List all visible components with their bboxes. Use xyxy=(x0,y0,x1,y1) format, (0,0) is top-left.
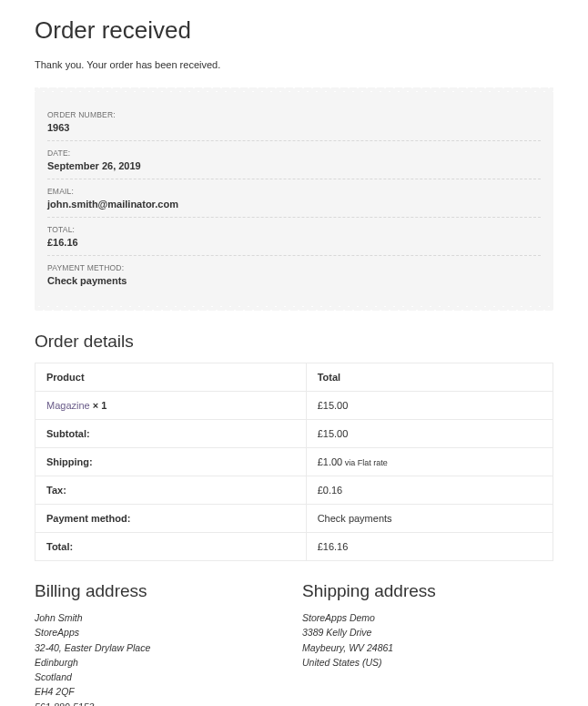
summary-label: ORDER NUMBER: xyxy=(47,110,541,119)
foot-value: £15.00 xyxy=(306,420,553,448)
order-details-table: Product Total Magazine × 1£15.00 Subtota… xyxy=(35,363,553,561)
summary-label: EMAIL: xyxy=(47,187,541,196)
foot-value: £16.16 xyxy=(306,533,553,561)
col-product: Product xyxy=(35,363,307,392)
summary-value: September 26, 2019 xyxy=(47,160,541,171)
summary-row: DATE:September 26, 2019 xyxy=(47,141,541,179)
foot-label: Shipping: xyxy=(35,448,307,476)
table-row: Subtotal:£15.00 xyxy=(35,420,553,448)
foot-label: Total: xyxy=(35,533,307,561)
table-row: Magazine × 1£15.00 xyxy=(35,392,553,420)
order-summary-box: ORDER NUMBER:1963DATE:September 26, 2019… xyxy=(35,92,553,306)
product-total: £15.00 xyxy=(306,392,553,420)
foot-label: Tax: xyxy=(35,476,307,505)
summary-label: DATE: xyxy=(47,148,541,158)
billing-heading: Billing address xyxy=(35,581,286,601)
summary-row: ORDER NUMBER:1963 xyxy=(47,103,541,141)
summary-value: £16.16 xyxy=(47,237,541,248)
page-title: Order received xyxy=(35,16,553,45)
summary-value: john.smith@mailinator.com xyxy=(47,199,541,210)
table-row: Payment method:Check payments xyxy=(35,505,553,533)
col-total: Total xyxy=(306,363,553,392)
summary-value: 1963 xyxy=(47,122,541,133)
summary-row: EMAIL:john.smith@mailinator.com xyxy=(47,179,541,218)
summary-row: PAYMENT METHOD:Check payments xyxy=(47,256,541,293)
order-details-heading: Order details xyxy=(35,332,553,352)
foot-label: Subtotal: xyxy=(35,420,307,448)
foot-label: Payment method: xyxy=(35,505,307,533)
product-cell: Magazine × 1 xyxy=(35,392,307,420)
billing-address: John SmithStoreApps32-40, Easter Drylaw … xyxy=(35,610,286,706)
table-row: Tax:£0.16 xyxy=(35,476,553,505)
shipping-address: StoreApps Demo3389 Kelly DriveMaybeury, … xyxy=(302,610,553,670)
intro-text: Thank you. Your order has been received. xyxy=(35,59,553,70)
product-qty: × 1 xyxy=(90,400,107,411)
summary-label: TOTAL: xyxy=(47,225,541,234)
foot-value: Check payments xyxy=(306,505,553,533)
foot-value: £0.16 xyxy=(306,476,553,505)
foot-small: via Flat rate xyxy=(342,458,388,467)
foot-value: £1.00 via Flat rate xyxy=(306,448,553,476)
summary-row: TOTAL:£16.16 xyxy=(47,218,541,256)
summary-value: Check payments xyxy=(47,275,541,286)
table-row: Total:£16.16 xyxy=(35,533,553,561)
product-link[interactable]: Magazine xyxy=(46,400,90,411)
summary-label: PAYMENT METHOD: xyxy=(47,263,541,272)
shipping-heading: Shipping address xyxy=(302,581,553,601)
table-row: Shipping:£1.00 via Flat rate xyxy=(35,448,553,476)
